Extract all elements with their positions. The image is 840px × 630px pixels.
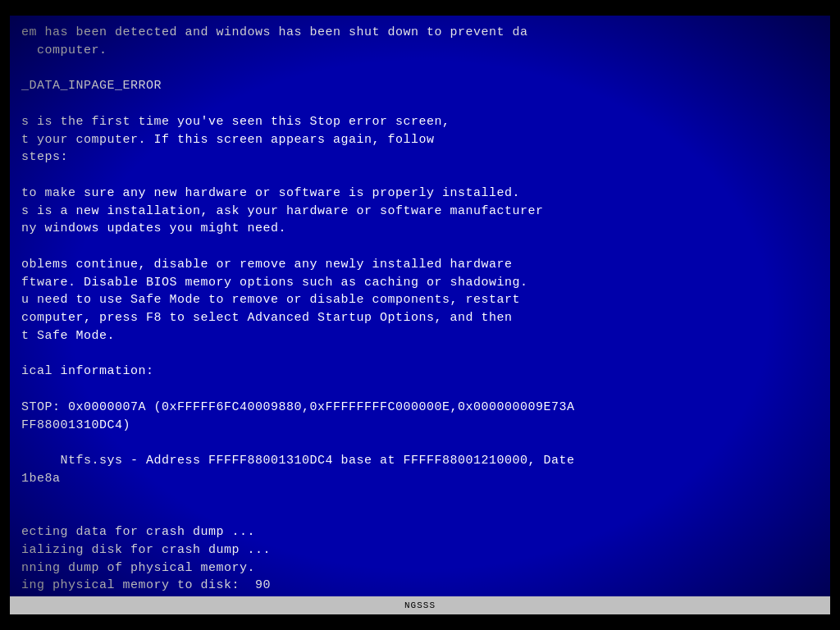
- screen-bezel: em has been detected and windows has bee…: [0, 0, 840, 630]
- bsod-text: em has been detected and windows has bee…: [21, 24, 819, 595]
- bsod-screen: em has been detected and windows has bee…: [10, 16, 830, 614]
- bottom-bar: NGSSS: [10, 596, 830, 614]
- bottom-bar-text: NGSSS: [404, 600, 436, 610]
